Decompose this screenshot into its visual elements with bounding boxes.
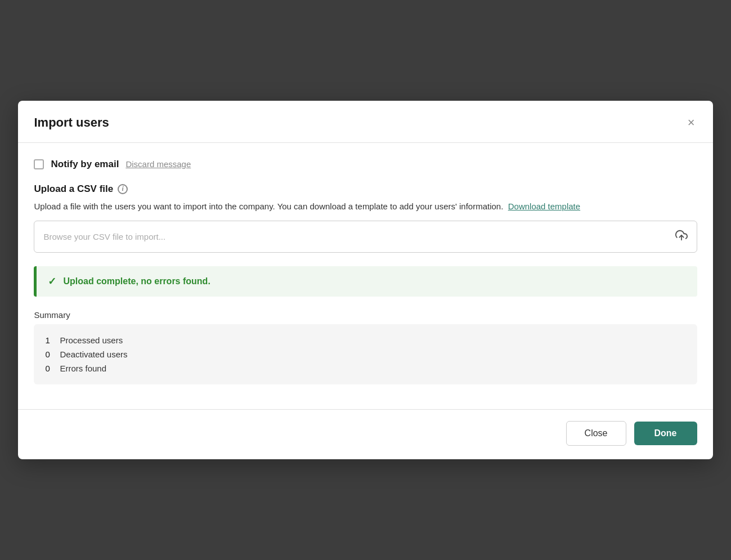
notify-email-label: Notify by email [51, 159, 119, 170]
modal-footer: Close Done [18, 409, 712, 459]
deactivated-count: 0 [45, 350, 56, 359]
summary-row-processed: 1 Processed users [45, 333, 685, 347]
modal-header: Import users × [18, 101, 712, 143]
modal-close-button[interactable]: × [685, 114, 697, 131]
upload-icon [675, 229, 688, 244]
close-button[interactable]: Close [566, 421, 626, 446]
done-button[interactable]: Done [634, 422, 697, 445]
processed-count: 1 [45, 335, 56, 345]
errors-label: Errors found [60, 364, 106, 373]
notify-email-checkbox[interactable] [34, 159, 44, 169]
modal-overlay: Import users × Notify by email Discard m… [0, 0, 731, 560]
errors-count: 0 [45, 364, 56, 373]
summary-row-deactivated: 0 Deactivated users [45, 347, 685, 361]
modal-body: Notify by email Discard message Upload a… [18, 143, 712, 410]
modal-title: Import users [34, 115, 109, 130]
download-template-button[interactable]: Download template [508, 201, 580, 211]
success-message: Upload complete, no errors found. [63, 276, 210, 286]
deactivated-label: Deactivated users [60, 350, 127, 359]
notify-row: Notify by email Discard message [34, 159, 697, 170]
check-icon: ✓ [48, 275, 56, 288]
discard-message-button[interactable]: Discard message [125, 159, 191, 169]
import-users-modal: Import users × Notify by email Discard m… [18, 101, 712, 460]
processed-label: Processed users [60, 335, 123, 345]
file-browse-row[interactable]: Browse your CSV file to import... [34, 221, 697, 253]
summary-row-errors: 0 Errors found [45, 361, 685, 375]
file-input-placeholder: Browse your CSV file to import... [43, 232, 675, 241]
summary-table: 1 Processed users 0 Deactivated users 0 … [34, 324, 697, 384]
upload-section-title: Upload a CSV file [34, 183, 113, 195]
summary-title: Summary [34, 310, 697, 320]
upload-description: Upload a file with the users you want to… [34, 200, 697, 213]
success-banner: ✓ Upload complete, no errors found. [34, 266, 697, 297]
info-icon: i [118, 184, 128, 194]
upload-section-title-row: Upload a CSV file i [34, 183, 697, 195]
summary-section: Summary 1 Processed users 0 Deactivated … [34, 310, 697, 384]
